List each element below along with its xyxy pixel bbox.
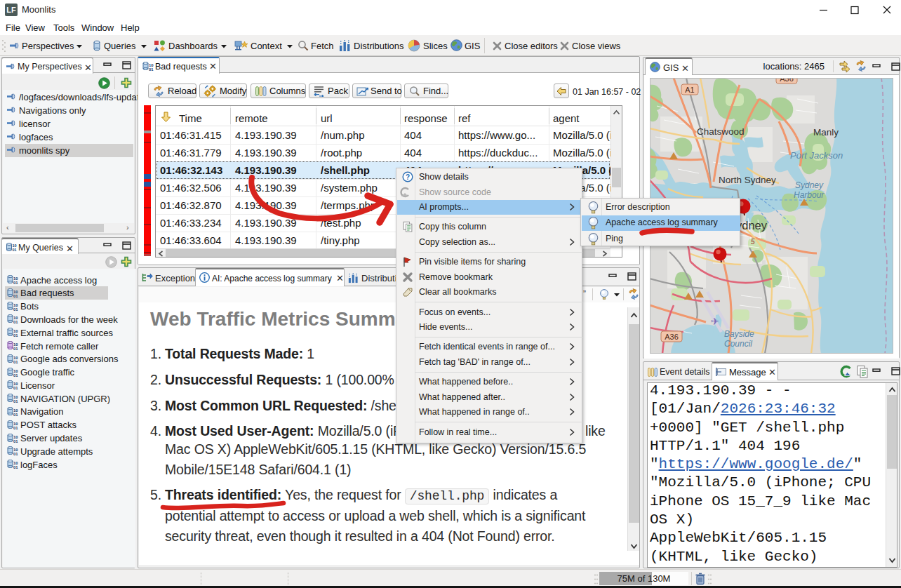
svg-text:A36: A36	[780, 78, 794, 83]
svg-text:01: 01	[13, 347, 18, 351]
svg-text:01: 01	[13, 413, 18, 417]
svg-text:01: 01	[13, 333, 18, 338]
svg-text:10: 10	[13, 368, 18, 373]
svg-text:10: 10	[13, 382, 18, 386]
svg-text:10: 10	[13, 302, 18, 307]
svg-text:01: 01	[13, 320, 18, 324]
svg-text:10: 10	[13, 355, 18, 359]
svg-text:Bayside: Bayside	[724, 329, 754, 339]
svg-text:10: 10	[13, 316, 18, 320]
svg-text:5: 5	[751, 238, 755, 246]
svg-text:✈: ✈	[711, 316, 719, 327]
svg-text:Council: Council	[724, 339, 752, 349]
svg-text:01: 01	[149, 67, 154, 72]
svg-text:10: 10	[13, 395, 18, 399]
svg-text:01: 01	[13, 452, 18, 456]
svg-text:01: 01	[13, 386, 18, 390]
svg-text:01: 01	[13, 439, 18, 443]
svg-text:Sydney: Sydney	[795, 180, 824, 190]
svg-text:10: 10	[13, 434, 18, 439]
svg-text:01: 01	[13, 294, 18, 298]
svg-text:10: 10	[13, 289, 18, 293]
svg-text:Chatswood: Chatswood	[697, 126, 745, 137]
svg-text:01: 01	[13, 426, 18, 430]
svg-text:01: 01	[13, 248, 17, 252]
svg-text:A36: A36	[665, 333, 679, 341]
svg-text:Harbour: Harbour	[794, 190, 825, 200]
svg-text:01: 01	[13, 281, 18, 285]
svg-text:01: 01	[13, 307, 18, 312]
svg-text:North Sydney: North Sydney	[719, 175, 776, 185]
svg-text:01: 01	[13, 360, 18, 364]
svg-text:01: 01	[13, 399, 18, 403]
svg-text:Manly: Manly	[813, 127, 839, 138]
svg-text:10: 10	[13, 329, 18, 333]
svg-text:Port Jackson: Port Jackson	[790, 150, 843, 161]
svg-text:10: 10	[13, 421, 18, 425]
svg-text:10: 10	[149, 62, 154, 67]
svg-text:01: 01	[13, 373, 18, 377]
svg-text:10: 10	[13, 342, 18, 347]
svg-text:10: 10	[13, 448, 18, 452]
svg-text:10: 10	[13, 461, 18, 465]
svg-text:10: 10	[13, 408, 18, 412]
svg-text:01: 01	[13, 465, 18, 469]
svg-text:A1: A1	[685, 86, 694, 94]
svg-text:10: 10	[13, 276, 18, 281]
